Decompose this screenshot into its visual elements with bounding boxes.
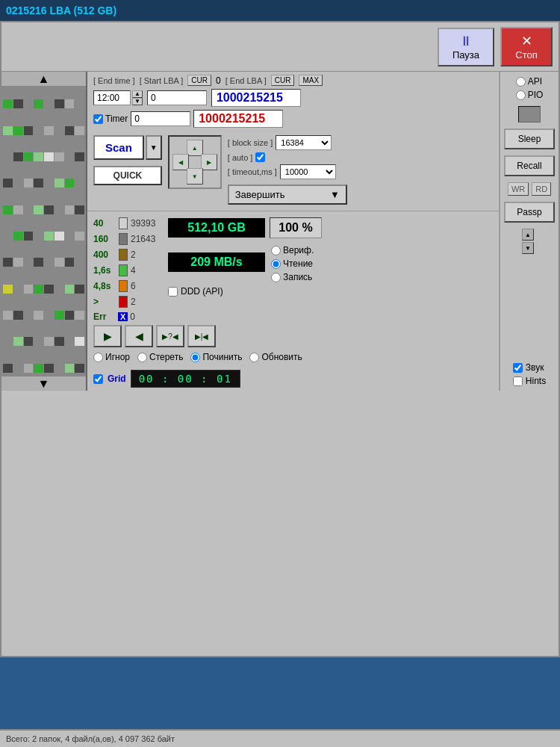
map-cell [3,179,13,187]
map-cell [34,179,43,187]
cur-button-1[interactable]: CUR [187,75,211,86]
stat-color-40 [119,217,128,229]
fix-radio[interactable] [190,353,200,362]
erase-radio[interactable] [137,353,147,362]
scroll-up-button[interactable]: ▲ [1,72,86,87]
sleep-button[interactable]: Sleep [504,128,555,149]
max-button[interactable]: MAX [299,75,323,86]
stat-label-160: 160 [93,234,116,244]
hints-checkbox[interactable] [513,376,523,386]
ddd-checkbox[interactable] [168,287,178,297]
api-pio-group: API PIO [516,76,544,100]
timeout-select[interactable]: 10000 5000 [280,164,336,179]
skip-icon: ▶?◀ [162,332,178,341]
stat-label-over: > [93,297,116,307]
time-down-button[interactable]: ▼ [132,98,143,105]
back-button[interactable]: ◀ [125,325,153,347]
pio-label: PIO [528,90,544,100]
scroll-v-down-button[interactable]: ▼ [522,242,534,254]
time-input[interactable] [93,90,131,105]
write-radio[interactable] [271,273,281,282]
auto-label: [ auto ] [228,153,253,162]
timer-checkbox[interactable] [93,114,103,124]
scroll-v-up-button[interactable]: ▲ [522,229,534,241]
read-radio[interactable] [271,259,281,269]
grid-checkbox[interactable] [93,374,103,384]
update-radio-row: Обновить [249,352,302,362]
map-cell [13,285,23,294]
scan-btn-row: Scan ▼ [93,135,162,160]
quick-button[interactable]: QUICK [93,166,162,185]
map-cell [24,232,34,241]
main-content-area: [ End time ] [ Start LBA ] CUR 0 [ End L… [87,72,499,391]
pause-button[interactable]: ⏸ Пауза [438,28,494,66]
map-cell [44,364,54,373]
passp-button[interactable]: Passp [504,202,555,223]
rd-button[interactable]: RD [532,182,551,196]
scroll-down-button[interactable]: ▼ [1,376,86,391]
update-radio[interactable] [249,353,259,362]
percent-value: 100 [279,221,299,234]
complete-dropdown[interactable]: Завершить ▼ [228,185,347,205]
map-cell [55,179,64,187]
skip-button[interactable]: ▶?◀ [156,325,184,347]
map-cell [75,205,84,214]
block-size-label: [ block size ] [228,138,273,147]
verify-radio[interactable] [271,246,281,255]
map-cell [3,152,13,161]
map-cell [3,232,13,241]
scan-button[interactable]: Scan [93,135,144,160]
map-cell [3,258,13,267]
dir-right-button[interactable]: ▶ [201,154,217,170]
map-cell [24,337,34,346]
map-cell [13,99,23,108]
map-cell [55,258,64,267]
map-cell [24,364,34,373]
map-cell [3,285,13,294]
timer-label: Timer [105,114,128,124]
map-cell [24,205,34,214]
play-button[interactable]: ▶ [93,325,122,347]
map-cell [65,179,75,187]
auto-row: [ auto ] [228,152,347,162]
stop-button[interactable]: ✕ Стоп [500,27,553,66]
map-cell [44,126,54,135]
start-lba-input[interactable] [147,90,207,105]
end-button[interactable]: ▶|◀ [187,325,216,347]
cur-button-2[interactable]: CUR [271,75,295,86]
stats-grid: 40 39393 160 21643 400 [93,217,493,322]
api-radio[interactable] [516,77,526,87]
map-cell [75,126,84,135]
stat-color-over [119,296,128,308]
sound-checkbox[interactable] [513,363,523,373]
size-percent-row: 512,10 GB 100 % [168,217,493,238]
scan-map-grid [1,72,86,391]
scan-dropdown[interactable]: ▼ [146,135,162,160]
map-cell [3,311,13,320]
time-up-button[interactable]: ▲ [132,90,143,98]
end-lba-value: 1000215215 [211,89,301,107]
ignore-radio[interactable] [93,353,103,362]
api-label: API [528,76,542,87]
complete-label: Завершить [235,189,285,200]
status-bar: Всего: 2 папок, 4 файл(а,ов), 4 097 362 … [0,729,560,747]
stat-count-1-6s: 4 [131,265,136,276]
auto-checkbox[interactable] [255,152,265,162]
grid-timer-display: 00 : 00 : 01 [131,370,240,388]
stat-color-160 [119,233,128,245]
timer-input[interactable] [131,111,190,126]
pio-radio[interactable] [516,90,526,100]
grid-row: Grid 00 : 00 : 01 [93,370,493,388]
dir-down-button[interactable]: ▼ [187,168,203,185]
action-options: Игнор Стереть Починить Обновить [93,352,493,362]
wr-button[interactable]: WR [508,182,529,196]
map-cell [13,311,23,320]
lba-values-row: ▲ ▼ 1000215215 [93,89,493,107]
map-cell [55,152,64,161]
end-icon: ▶|◀ [195,332,209,341]
main-window: ⏸ Пауза ✕ Стоп ▲ [0,21,560,657]
recall-button[interactable]: Recall [504,155,555,176]
map-cell [13,337,23,346]
map-cell [44,205,54,214]
block-size-select[interactable]: 16384 8192 4096 [276,135,332,150]
